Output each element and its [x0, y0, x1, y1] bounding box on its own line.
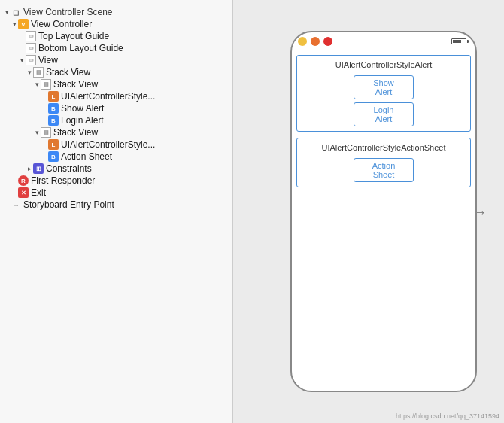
triangle-constraints[interactable] [26, 165, 33, 172]
bottom-layout-label: Bottom Layout Guide [38, 43, 123, 53]
constraints-label: Constraints [46, 163, 92, 174]
tree-stack-view-2[interactable]: ▤ Stack View [0, 78, 232, 90]
show-alert-button[interactable]: Show Alert [354, 75, 414, 99]
stack-view-1-label: Stack View [46, 67, 90, 78]
action-sheet-button[interactable]: Action Sheet [354, 158, 414, 182]
top-layout-label: Top Layout Guide [38, 31, 109, 41]
layout-icon-top: ▭ [26, 31, 36, 41]
stack-icon-3: ▤ [41, 127, 51, 138]
btn-red [323, 37, 332, 46]
alert-style-section: UIAlertControllerStyleAlert Show Alert L… [296, 55, 471, 132]
tree-action-sheet[interactable]: B Action Sheet [0, 151, 232, 163]
action-sheet-label: Action Sheet [61, 151, 112, 162]
exit-icon: ✕ [18, 187, 29, 198]
button-icon-login-alert: B [48, 115, 59, 126]
tree-stack-view-3[interactable]: ▤ Stack View [0, 126, 232, 138]
login-alert-label: Login Alert [61, 115, 104, 126]
stack-view-2-label: Stack View [53, 79, 98, 90]
triangle-view[interactable] [18, 56, 26, 64]
label-1-text: UIAlertControllerStyle... [61, 91, 155, 102]
phone-content: UIAlertControllerStyleAlert Show Alert L… [292, 50, 475, 391]
triangle-scene[interactable] [3, 8, 11, 16]
entry-point-label: Storyboard Entry Point [23, 199, 114, 210]
battery-icon [451, 38, 466, 44]
phone-mockup: UIAlertControllerStyleAlert Show Alert L… [290, 31, 477, 392]
tree-vc[interactable]: V View Controller [0, 18, 232, 30]
tree-entry-point[interactable]: → Storyboard Entry Point [0, 199, 232, 211]
vc-label: View Controller [31, 19, 92, 29]
action-sheet-title: UIAlertControllerStyleActionSheet [302, 143, 466, 152]
alert-style-title: UIAlertControllerStyleAlert [302, 60, 466, 69]
constraints-icon: ⊞ [33, 163, 44, 174]
btn-orange [311, 37, 320, 46]
action-sheet-section: UIAlertControllerStyleActionSheet Action… [296, 138, 471, 187]
button-icon-action-sheet: B [48, 151, 59, 162]
stack-view-3-label: Stack View [53, 127, 98, 138]
tree-top-layout[interactable]: ▭ Top Layout Guide [0, 30, 232, 42]
triangle-vc[interactable] [11, 20, 18, 28]
scene-icon: ◻ [11, 7, 21, 17]
preview-panel: → UIAlertControllerStyleAlert Show Alert… [233, 0, 504, 423]
view-label: View [38, 55, 58, 65]
triangle-stack3[interactable] [33, 129, 41, 136]
tree-stack-view-1[interactable]: ▤ Stack View [0, 66, 232, 78]
tree-login-alert[interactable]: B Login Alert [0, 114, 232, 126]
label-2-text: UIAlertControllerStyle... [61, 139, 155, 150]
button-icon-show-alert: B [48, 103, 59, 114]
scene-label: View Controller Scene [23, 7, 113, 17]
tree-bottom-layout[interactable]: ▭ Bottom Layout Guide [0, 42, 232, 54]
entry-icon: → [11, 199, 21, 210]
tree-label-2[interactable]: L UIAlertControllerStyle... [0, 138, 232, 151]
alert-buttons-container: Show Alert Login Alert [302, 75, 466, 126]
scene-tree: ◻ View Controller Scene V View Controlle… [0, 0, 233, 423]
stack-icon-2: ▤ [41, 79, 51, 90]
view-icon: ▭ [26, 55, 36, 65]
phone-status-bar [292, 32, 475, 50]
tree-scene-header[interactable]: ◻ View Controller Scene [0, 6, 232, 18]
triangle-stack1[interactable] [26, 68, 33, 76]
tree-first-responder[interactable]: R First Responder [0, 175, 232, 187]
stack-icon-1: ▤ [33, 67, 44, 78]
tree-show-alert[interactable]: B Show Alert [0, 102, 232, 114]
exit-label: Exit [31, 187, 46, 198]
login-alert-button[interactable]: Login Alert [354, 102, 414, 126]
triangle-stack2[interactable] [33, 81, 41, 88]
tree-constraints[interactable]: ⊞ Constraints [0, 163, 232, 175]
responder-icon: R [18, 175, 29, 186]
layout-icon-bottom: ▭ [26, 43, 36, 53]
label-icon-2: L [48, 139, 59, 150]
vc-icon: V [18, 19, 29, 29]
tree-label-1[interactable]: L UIAlertControllerStyle... [0, 90, 232, 102]
btn-yellow [298, 37, 307, 46]
label-icon-1: L [48, 91, 59, 102]
show-alert-label: Show Alert [61, 103, 104, 114]
tree-view[interactable]: ▭ View [0, 54, 232, 66]
tree-exit[interactable]: ✕ Exit [0, 187, 232, 199]
watermark: https://blog.csdn.net/qq_37141594 [396, 412, 499, 420]
first-responder-label: First Responder [31, 175, 95, 186]
